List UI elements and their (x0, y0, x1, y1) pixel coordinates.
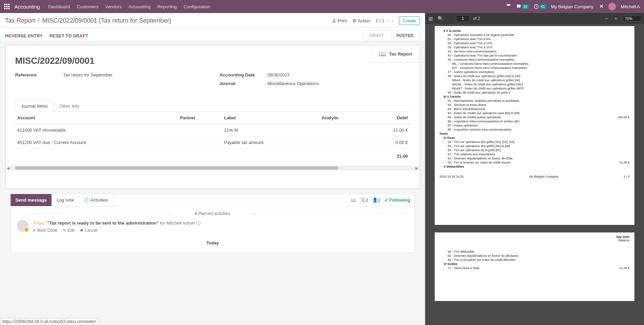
pdf-report-line: 48 - Notes de crédit aux opérations gril… (440, 74, 630, 78)
chatter: Send message Log note 🕘 Activities 📖 📎2 … (10, 194, 415, 253)
menu-customers[interactable]: Customers (77, 4, 98, 9)
pager-value: 1 / 1 (376, 18, 384, 23)
pdf-report-line: 48s46L - Notes de crédit aux opérations … (440, 82, 630, 86)
app-name[interactable]: Accounting (14, 4, 40, 10)
log-note-button[interactable]: Log note (51, 194, 79, 206)
horizontal-scrollbar[interactable]: ◀ ▶ (5, 166, 420, 170)
status-draft[interactable]: DRAFT (363, 30, 390, 41)
journal-label: Journal (219, 81, 267, 86)
pdf-report-line: 47 - Autres opérations exemptées (440, 70, 630, 74)
reference-value[interactable]: Tax return for September (63, 72, 113, 77)
activity-avatar[interactable] (17, 220, 28, 232)
scroll-left-icon[interactable]: ◀ (5, 166, 11, 170)
breadcrumb: Tax Report / MISC/2022/09/0001 (Tax retu… (5, 17, 171, 24)
topbar-right: 20 41 My Belgian Company Mitchell A (506, 3, 640, 10)
breadcrumb-current: MISC/2022/09/0001 (Tax return for Septem… (42, 17, 171, 24)
pdf-report-line: 63 - TVA à reverser sur notes de crédit … (440, 160, 630, 165)
th-analytic[interactable]: Analytic (319, 112, 367, 124)
reverse-entry-button[interactable]: REVERSE ENTRY (5, 33, 43, 38)
pdf-page-total: of 2 (473, 16, 480, 21)
mark-done-button[interactable]: ✔ Mark Done (33, 228, 57, 233)
pdf-report-line: 86 - Acquisition intra-communautaires et… (440, 119, 630, 123)
pdf-report-line: 87 - Autres opérations (440, 123, 630, 128)
followers-count[interactable]: 👤2 (372, 197, 380, 203)
create-button[interactable]: Create (399, 16, 420, 25)
th-account[interactable]: Account (15, 112, 178, 124)
activity-icon[interactable]: 41 (534, 4, 546, 9)
breadcrumb-sep: / (38, 17, 39, 24)
pdf-report-line: 55 - TVA sur opérations des grilles [86]… (440, 144, 630, 148)
send-message-button[interactable]: Send message (11, 194, 51, 206)
discuss-badge: 20 (522, 4, 529, 9)
sidebar-toggle-icon[interactable]: ▥ (428, 16, 434, 21)
activity-item: Today: “Tax report is ready to be sent t… (17, 220, 408, 233)
tab-journal-items[interactable]: Journal Items (15, 100, 54, 112)
pdf-page-1: II A la sortie 00 - Opérations soumises … (435, 26, 634, 225)
pdf-page-input[interactable] (456, 15, 470, 22)
accounting-date-label: Accounting Date (219, 72, 267, 77)
edit-activity-button[interactable]: ✎ Edit (63, 228, 74, 233)
pdf-report-line: 81 - Marchandises, matières premières et… (440, 99, 630, 103)
tax-report-button[interactable]: 📖 Tax Report (371, 45, 420, 63)
pager-prev-icon[interactable]: ‹ (387, 18, 389, 24)
reset-to-draft-button[interactable]: RESET TO DRAFT (49, 33, 88, 38)
attachments-count[interactable]: 📎2 (360, 197, 368, 203)
accounting-date-value[interactable]: 09/30/2022 (267, 72, 290, 77)
record-title: MISC/2022/09/0001 (15, 56, 410, 66)
pdf-report-line: 46 - Livraisons intra-communautaires exe… (440, 58, 630, 62)
menu-reporting[interactable]: Reporting (157, 4, 177, 9)
tab-other-info[interactable]: Other Info (54, 100, 85, 111)
discuss-icon[interactable]: 20 (516, 4, 529, 9)
debug-icon[interactable] (598, 3, 604, 10)
total-debit: 21.00 (367, 149, 410, 162)
th-label[interactable]: Label (222, 112, 319, 124)
pager-next-icon[interactable]: › (391, 18, 393, 24)
zoom-out-icon[interactable]: − (603, 16, 609, 21)
info-icon[interactable]: ⓘ (196, 220, 201, 226)
pdf-report-line: 59 - TVA déductible (440, 250, 630, 254)
print-button[interactable]: 🖨 Print (332, 18, 347, 23)
planned-activities-header[interactable]: ▾ Planned activities (17, 211, 408, 216)
user-name[interactable]: Mitchell A (621, 4, 640, 9)
pdf-report-line: 00 - Opérations soumises à un régime par… (440, 33, 630, 37)
zoom-in-icon[interactable]: + (613, 16, 619, 21)
journal-items-table: Account Partner Label Analytic Debit 411… (15, 112, 410, 162)
journal-value[interactable]: Miscellaneous Operations (267, 81, 319, 86)
th-partner[interactable]: Partner (178, 112, 222, 124)
breadcrumb-root[interactable]: Tax Report (5, 17, 35, 24)
pdf-report-line: 71 - Taxes dues à l'état21.00 € (440, 266, 630, 270)
pdf-report-line: 64 - TVA à récupérer sur notes de crédit… (440, 258, 630, 262)
scrollbar-thumb[interactable] (15, 166, 338, 170)
pdf-search-icon[interactable]: 🔍 (437, 16, 444, 21)
table-row[interactable]: 451200 VAT due - Current Account Payable… (15, 136, 410, 149)
user-avatar[interactable] (608, 3, 616, 10)
pdf-footer-date: 2022-10-28 14:31 (440, 175, 464, 178)
following-button[interactable]: ✔ Following (385, 197, 410, 203)
status-bar: REVERSE ENTRY RESET TO DRAFT DRAFT POSTE… (0, 27, 425, 41)
control-panel: Tax Report / MISC/2022/09/0001 (Tax retu… (0, 13, 425, 27)
menu-vendors[interactable]: Vendors (105, 4, 122, 9)
menu-configuration[interactable]: Configuration (184, 4, 210, 9)
action-button[interactable]: ⚙ Action (352, 18, 370, 23)
pdf-toolbar: ▥ 🔍 of 2 − + 70% (425, 13, 644, 24)
pdf-viewer: ▥ 🔍 of 2 − + 70% II A la sortie 00 - Opé… (425, 13, 644, 325)
pdf-report-line: 49 - Notes de crédit aux opérations du p… (440, 91, 630, 95)
pdf-report-line: 48s44 - Notes de crédit aux opérations g… (440, 78, 630, 82)
zoom-select[interactable]: 70% (622, 15, 641, 22)
apps-icon[interactable] (4, 4, 10, 9)
activities-button[interactable]: 🕘 Activities (79, 194, 113, 206)
activity-for: for Mitchell Admin (160, 220, 196, 226)
table-row[interactable]: 411000 VAT recoverable 21% M 21.00 € (15, 124, 410, 136)
scroll-right-icon[interactable]: ▶ (414, 166, 420, 170)
company-switcher[interactable]: My Belgian Company (551, 4, 594, 9)
pdf-report-line: 45 - Opérations avec TVA due par le coco… (440, 53, 630, 58)
th-debit[interactable]: Debit (367, 112, 410, 124)
menu-dashboard[interactable]: Dashboard (48, 4, 70, 9)
notebook-tabs: Journal Items Other Info (15, 100, 410, 112)
menu-accounting[interactable]: Accounting (128, 4, 150, 9)
pager: 1 / 1 ‹ › (376, 18, 394, 24)
attachments-icon[interactable]: 📖 (351, 197, 356, 203)
voip-icon[interactable] (506, 4, 511, 9)
status-posted[interactable]: POSTED (390, 30, 420, 41)
cancel-activity-button[interactable]: ✖ Cancel (80, 228, 97, 233)
